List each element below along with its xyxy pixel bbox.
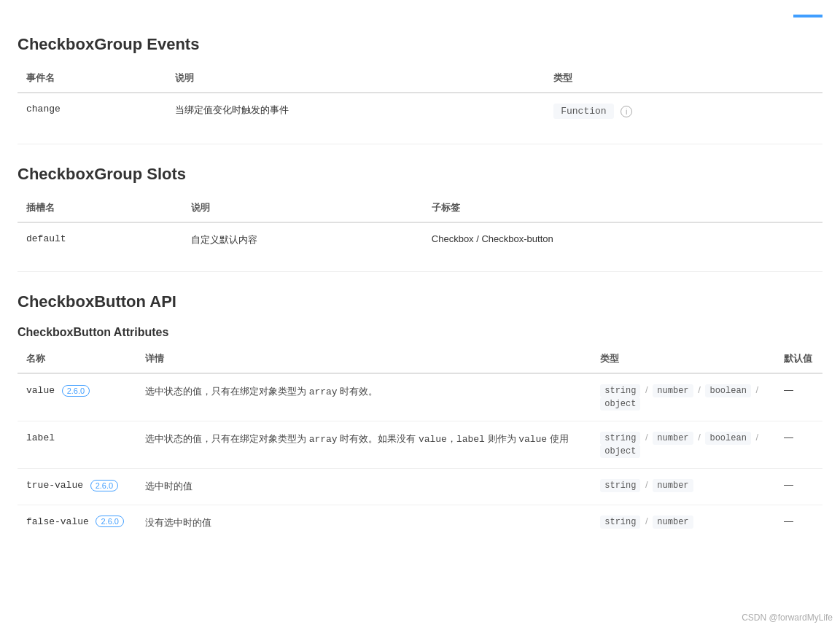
attr-name-value: value 2.6.0 (18, 373, 136, 421)
divider-2 (18, 271, 822, 272)
slots-col-name: 插槽名 (18, 195, 182, 222)
type-tag-object: object (600, 445, 640, 458)
type-tag-object: object (600, 397, 640, 411)
slots-table: 插槽名 说明 子标签 default 自定义默认内容 Checkbox / Ch… (18, 195, 822, 257)
events-table: 事件名 说明 类型 change 当绑定值变化时触发的事件 Function i (18, 66, 822, 129)
type-tag-string: string (600, 516, 640, 529)
attr-name-text: true-value (26, 480, 83, 491)
checkbox-button-api-section: CheckboxButton API CheckboxButton Attrib… (18, 292, 822, 541)
version-badge: 2.6.0 (96, 516, 123, 527)
table-row: change 当绑定值变化时触发的事件 Function i (18, 93, 822, 129)
attr-type-value: string / number / boolean / object (591, 373, 775, 421)
attr-desc-value: 选中状态的值，只有在绑定对象类型为 array 时有效。 (136, 373, 591, 421)
table-row: false-value 2.6.0 没有选中时的值 string / numbe… (18, 505, 822, 540)
attr-col-name: 名称 (18, 346, 136, 373)
attr-name-false-value: false-value 2.6.0 (18, 505, 136, 540)
checkbox-group-slots-title: CheckboxGroup Slots (18, 165, 822, 184)
checkbox-button-attributes-title: CheckboxButton Attributes (18, 326, 822, 339)
events-col-type: 类型 (545, 66, 822, 93)
type-tag-string: string (600, 479, 640, 492)
attr-col-detail: 详情 (136, 346, 591, 373)
checkbox-button-api-title: CheckboxButton API (18, 292, 822, 311)
type-tag-number: number (653, 432, 693, 445)
attr-type-false-value: string / number (591, 505, 775, 540)
attr-default-false-value: — (775, 505, 822, 540)
table-row: label 选中状态的值，只有在绑定对象类型为 array 时有效。如果没有 v… (18, 421, 822, 469)
type-tag-string: string (600, 432, 640, 445)
table-row: default 自定义默认内容 Checkbox / Checkbox-butt… (18, 222, 822, 257)
version-badge: 2.6.0 (62, 385, 90, 397)
attr-name-true-value: true-value 2.6.0 (18, 469, 136, 505)
slots-col-subtag: 子标签 (423, 195, 822, 222)
slot-subtag-default: Checkbox / Checkbox-button (423, 222, 822, 257)
attr-default-true-value: — (775, 469, 822, 505)
attr-col-default: 默认值 (775, 346, 822, 373)
slots-col-desc: 说明 (182, 195, 423, 222)
event-type-change: Function i (545, 93, 822, 129)
table-row: true-value 2.6.0 选中时的值 string / number — (18, 469, 822, 505)
checkbox-group-slots-section: CheckboxGroup Slots 插槽名 说明 子标签 default 自… (18, 165, 822, 257)
attr-type-label: string / number / boolean / object (591, 421, 775, 469)
slot-desc-default: 自定义默认内容 (182, 222, 423, 257)
info-icon[interactable]: i (621, 106, 632, 117)
attributes-table: 名称 详情 类型 默认值 value 2.6.0 选中状态的值，只有在绑定对象类… (18, 346, 822, 541)
type-tag-boolean: boolean (705, 384, 750, 397)
attr-name-label: label (18, 421, 136, 469)
type-tag-number: number (653, 479, 693, 492)
table-row: value 2.6.0 选中状态的值，只有在绑定对象类型为 array 时有效。… (18, 373, 822, 421)
version-badge: 2.6.0 (90, 480, 118, 491)
attr-default-value: — (775, 373, 822, 421)
checkbox-group-events-section: CheckboxGroup Events 事件名 说明 类型 change 当绑… (18, 35, 822, 129)
event-desc-change: 当绑定值变化时触发的事件 (166, 93, 545, 129)
attr-desc-true-value: 选中时的值 (136, 469, 591, 505)
event-name-change: change (18, 93, 166, 129)
attr-name-text: false-value (26, 516, 89, 527)
attr-desc-false-value: 没有选中时的值 (136, 505, 591, 540)
attr-type-true-value: string / number (591, 469, 775, 505)
attr-name-text: value (26, 385, 55, 396)
divider-1 (18, 144, 822, 144)
events-col-name: 事件名 (18, 66, 166, 93)
function-type-tag: Function (553, 104, 613, 119)
events-col-desc: 说明 (166, 66, 545, 93)
attr-default-label: — (775, 421, 822, 469)
slot-name-default: default (18, 222, 182, 257)
checkbox-group-events-title: CheckboxGroup Events (18, 35, 822, 54)
type-tag-number: number (653, 384, 693, 397)
top-accent-bar (793, 15, 822, 18)
attr-col-type: 类型 (591, 346, 775, 373)
attr-name-text: label (26, 432, 55, 443)
type-tag-string: string (600, 384, 640, 397)
attr-desc-label: 选中状态的值，只有在绑定对象类型为 array 时有效。如果没有 value，l… (136, 421, 591, 469)
type-tag-number: number (653, 516, 693, 529)
type-tag-boolean: boolean (705, 432, 750, 445)
